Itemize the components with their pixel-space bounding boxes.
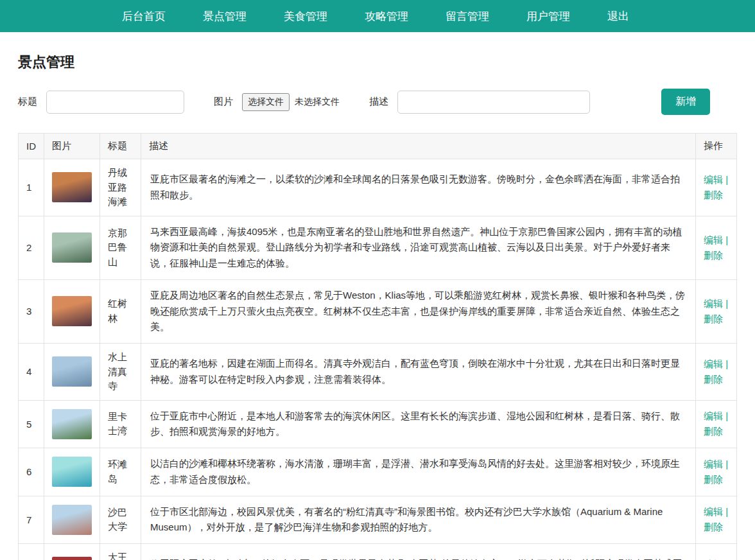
page-title: 景点管理 xyxy=(18,53,737,72)
row-desc: 亚庇市区最著名的海滩之一，以柔软的沙滩和全球闻名的日落景色吸引无数游客。傍晚时分… xyxy=(141,159,696,216)
action-separator: | xyxy=(725,234,728,245)
row-id: 4 xyxy=(19,344,44,401)
row-id: 3 xyxy=(19,279,44,343)
edit-link[interactable]: 编辑 xyxy=(704,358,723,369)
row-desc: 马来西亚最高峰，海拔4095米，也是东南亚著名的登山胜地和世界自然遗产。神山位于… xyxy=(141,216,696,279)
title-label: 标题 xyxy=(18,96,37,108)
attraction-thumbnail-image xyxy=(52,409,92,439)
row-title: 水上清真寺 xyxy=(100,344,141,401)
delete-link[interactable]: 删除 xyxy=(704,521,723,532)
nav-item-guides[interactable]: 攻略管理 xyxy=(365,9,408,24)
attraction-thumbnail-image xyxy=(52,232,92,263)
nav-item-food[interactable]: 美食管理 xyxy=(284,9,327,24)
row-desc: 位于市区北部海边，校园风景优美，有著名的“粉红清真寺”和海景图书馆。校内还有沙巴… xyxy=(141,496,696,544)
table-row: 6 环滩岛 以洁白的沙滩和椰林环绕著称，海水清澈，珊瑚丰富，是浮潜、潜水和享受海… xyxy=(19,448,737,496)
action-separator: | xyxy=(725,358,728,369)
attraction-thumbnail-image xyxy=(52,505,92,535)
edit-link[interactable]: 编辑 xyxy=(704,459,723,469)
action-separator: | xyxy=(725,459,728,469)
table-row: 1 丹绒亚路海滩 亚庇市区最著名的海滩之一，以柔软的沙滩和全球闻名的日落景色吸引… xyxy=(19,159,737,216)
row-desc: 位于亚庇市中心附近，是本地人和游客常去的海滨休闲区。这里有长长的海滨步道、湿地公… xyxy=(141,400,696,448)
row-actions: 编辑 | 删除 xyxy=(696,448,737,496)
row-title: 里卡士湾 xyxy=(100,400,141,448)
row-actions: 编辑 | 删除 xyxy=(696,344,737,401)
row-actions: 编辑 | 删除 xyxy=(696,496,737,544)
table-row: 7 沙巴大学 位于市区北部海边，校园风景优美，有著名的“粉红清真寺”和海景图书馆… xyxy=(19,496,737,544)
row-desc: 亚庇的著名地标，因建在湖面上而得名。清真寺外观洁白，配有蓝色穹顶，倒映在湖水中十… xyxy=(141,344,696,401)
action-separator: | xyxy=(725,506,728,517)
row-title: 丹绒亚路海滩 xyxy=(100,159,141,216)
action-separator: | xyxy=(725,410,728,421)
edit-link[interactable]: 编辑 xyxy=(704,234,723,245)
table-row: 3 红树林 亚庇及周边地区著名的自然生态景点，常见于Weston，Klias等地… xyxy=(19,279,737,343)
row-id: 6 xyxy=(19,448,44,496)
row-title: 沙巴大学 xyxy=(100,496,141,544)
row-id: 5 xyxy=(19,400,44,448)
table-row: 4 水上清真寺 亚庇的著名地标，因建在湖面上而得名。清真寺外观洁白，配有蓝色穹顶… xyxy=(19,344,737,401)
row-actions: 编辑 | 删除 xyxy=(696,544,737,560)
row-actions: 编辑 | 删除 xyxy=(696,279,737,343)
col-header-id: ID xyxy=(19,134,44,159)
action-separator: | xyxy=(725,174,728,185)
delete-link[interactable]: 删除 xyxy=(704,374,723,385)
row-actions: 编辑 | 删除 xyxy=(696,400,737,448)
delete-link[interactable]: 删除 xyxy=(704,250,723,261)
nav-item-attractions[interactable]: 景点管理 xyxy=(203,9,247,24)
col-header-actions: 操作 xyxy=(696,134,737,159)
title-input[interactable] xyxy=(46,91,184,114)
nav-item-users[interactable]: 用户管理 xyxy=(526,9,570,24)
nav-item-logout[interactable]: 退出 xyxy=(607,9,629,24)
col-header-desc: 描述 xyxy=(141,134,696,159)
table-row: 5 里卡士湾 位于亚庇市中心附近，是本地人和游客常去的海滨休闲区。这里有长长的海… xyxy=(19,400,737,448)
delete-link[interactable]: 删除 xyxy=(704,474,723,485)
top-navbar: 后台首页 景点管理 美食管理 攻略管理 留言管理 用户管理 退出 xyxy=(0,0,755,32)
row-desc: 亚庇及周边地区著名的自然生态景点，常见于Weston，Klias等地，可以乘船游… xyxy=(141,279,696,343)
edit-link[interactable]: 编辑 xyxy=(704,506,723,517)
row-id: 7 xyxy=(19,496,44,544)
col-header-image: 图片 xyxy=(44,134,100,159)
attractions-table: ID 图片 标题 描述 操作 1 丹绒亚路海滩 亚庇市区最著名的海滩之一，以柔软… xyxy=(18,133,737,560)
row-id: 1 xyxy=(19,159,44,216)
row-desc: 位于距离亚庇约1小时车程的坦布南区，是观赏世界最大花朵“大王花”的最佳地点之一。… xyxy=(141,544,696,560)
table-row: 2 京那巴鲁山 马来西亚最高峰，海拔4095米，也是东南亚著名的登山胜地和世界自… xyxy=(19,216,737,279)
action-separator: | xyxy=(725,298,728,309)
row-title: 京那巴鲁山 xyxy=(100,216,141,279)
page-content: 景点管理 标题 图片 选择文件 未选择文件 描述 新增 ID 图片 标题 描述 … xyxy=(0,53,755,560)
file-status-text: 未选择文件 xyxy=(295,96,340,108)
delete-link[interactable]: 删除 xyxy=(704,426,723,437)
image-file-control: 选择文件 未选择文件 xyxy=(242,93,340,111)
table-row: 8 大王花基地 位于距离亚庇约1小时车程的坦布南区，是观赏世界最大花朵“大王花”… xyxy=(19,544,737,560)
desc-label: 描述 xyxy=(369,96,388,108)
row-id: 8 xyxy=(19,544,44,560)
attraction-thumbnail-image xyxy=(52,557,92,560)
edit-link[interactable]: 编辑 xyxy=(704,298,723,309)
row-title: 红树林 xyxy=(100,279,141,343)
nav-item-messages[interactable]: 留言管理 xyxy=(446,9,489,24)
row-id: 2 xyxy=(19,216,44,279)
attraction-thumbnail-image xyxy=(52,457,92,487)
add-button[interactable]: 新增 xyxy=(661,89,710,115)
image-label: 图片 xyxy=(214,96,233,108)
nav-item-dashboard[interactable]: 后台首页 xyxy=(122,9,166,24)
attraction-thumbnail-image xyxy=(52,356,92,387)
row-actions: 编辑 | 删除 xyxy=(696,159,737,216)
row-desc: 以洁白的沙滩和椰林环绕著称，海水清澈，珊瑚丰富，是浮潜、潜水和享受海岛风情的好去… xyxy=(141,448,696,496)
desc-input[interactable] xyxy=(397,91,590,114)
edit-link[interactable]: 编辑 xyxy=(704,410,723,421)
delete-link[interactable]: 删除 xyxy=(704,313,723,324)
row-title: 大王花基地 xyxy=(100,544,141,560)
col-header-title: 标题 xyxy=(100,134,141,159)
attraction-thumbnail-image xyxy=(52,296,92,326)
choose-file-button[interactable]: 选择文件 xyxy=(242,93,290,111)
attraction-thumbnail-image xyxy=(52,172,92,202)
create-form-bar: 标题 图片 选择文件 未选择文件 描述 新增 xyxy=(18,89,737,115)
row-actions: 编辑 | 删除 xyxy=(696,216,737,279)
row-title: 环滩岛 xyxy=(100,448,141,496)
table-header-row: ID 图片 标题 描述 操作 xyxy=(19,134,737,159)
delete-link[interactable]: 删除 xyxy=(704,189,723,200)
edit-link[interactable]: 编辑 xyxy=(704,174,723,185)
